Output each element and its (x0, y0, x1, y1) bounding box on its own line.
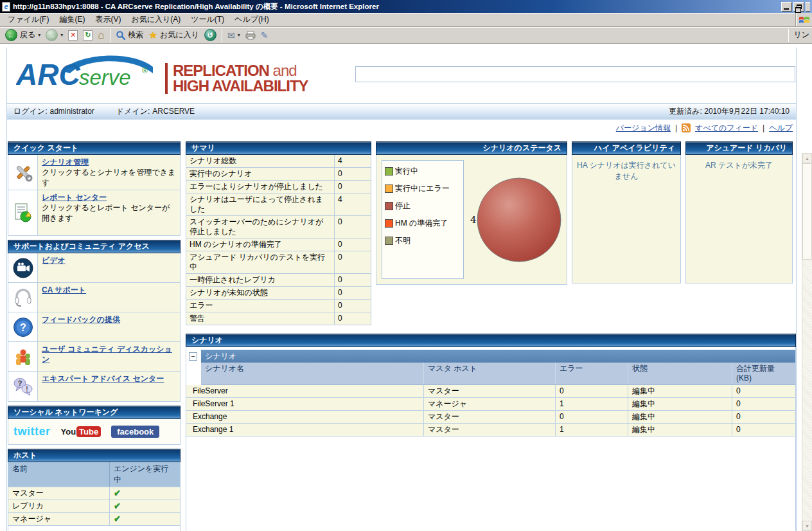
col-scenario-name: シナリオ名 (201, 363, 423, 384)
table-row: 一時停止されたレプリカ0 (186, 274, 371, 287)
toolbar-separator (788, 29, 789, 42)
ie-page-icon: e (2, 2, 10, 12)
refresh-icon: ↻ (83, 30, 93, 40)
home-button[interactable]: ⌂ (95, 29, 107, 41)
login-value: administrator (49, 107, 94, 116)
mail-button[interactable]: ✉ ▾ (225, 30, 243, 41)
scenario-status-body: 実行中 実行中にエラー 停止 HM の準備完了 不明 (376, 155, 567, 285)
forward-button[interactable]: → ▾ (43, 28, 66, 42)
svg-text:®: ® (142, 66, 148, 75)
all-feeds-link[interactable]: すべてのフィード (695, 123, 758, 134)
forward-caret-icon[interactable]: ▾ (60, 32, 63, 38)
scenario-group-row: − シナリオ (186, 350, 795, 363)
pie-value-label: 4 (470, 214, 477, 226)
toolbar: ← 戻る ▾ → ▾ ✕ ↻ ⌂ 検索 ★ お気に入り (0, 27, 812, 44)
menu-file[interactable]: ファイル(F) (3, 12, 54, 27)
scroll-up-arrow[interactable]: ▲ (802, 153, 812, 163)
body-layout: クイック スタート シナリオ管理 (7, 136, 796, 531)
table-row[interactable]: FileServer 1マネージャ1編集中0 (186, 398, 795, 411)
edit-icon: ✎ (261, 30, 269, 40)
history-button[interactable]: ↺ (202, 28, 219, 42)
table-row: レプリカ ✔ (8, 500, 180, 512)
refresh-button[interactable]: ↻ (80, 30, 95, 41)
print-icon (245, 31, 256, 40)
scenario-group-label: シナリオ (201, 350, 795, 363)
minimize-button[interactable] (781, 2, 792, 12)
video-icon (12, 257, 34, 279)
search-button[interactable]: 検索 (113, 29, 146, 41)
video-link[interactable]: ビデオ (42, 256, 66, 265)
svg-text:!: ! (26, 386, 28, 393)
expert-advice-link[interactable]: エキスパート アドバイス センター (42, 374, 164, 383)
quick-links-row: バージョン情報 | すべてのフィード | ヘルプ (7, 120, 796, 136)
report-center-link[interactable]: レポート センター (42, 193, 107, 202)
edit-button[interactable]: ✎ (258, 30, 271, 41)
scenario-management-link[interactable]: シナリオ管理 (42, 158, 89, 166)
col-state: 状態 (628, 363, 732, 384)
list-item: レポート センター クリックするとレポート センターが開きます (8, 190, 180, 235)
user-community-link[interactable]: ユーザ コミュニティ ディスカッション (42, 345, 172, 364)
list-item: CA サポート (8, 283, 180, 312)
sidebar-filler (8, 526, 181, 531)
svg-text:?: ? (17, 379, 22, 387)
close-button[interactable] (806, 2, 810, 12)
table-row: HM のシナリオの準備完了0 (186, 239, 371, 251)
back-caret-icon[interactable]: ▾ (38, 32, 40, 38)
icon-cell: ? ! (8, 372, 38, 401)
summary-table: シナリオ総数4 実行中のシナリオ0 エラーによりシナリオが停止しました0 シナリ… (186, 155, 371, 325)
summary-header: サマリ (186, 141, 371, 155)
table-row: マネージャ ✔ (8, 512, 180, 525)
windows-flag-icon (795, 13, 812, 26)
stop-button[interactable]: ✕ (66, 30, 80, 41)
scrollbar-thumb[interactable] (802, 163, 812, 260)
table-row: シナリオが未知の状態0 (186, 287, 371, 300)
hosts-column-header: 名前 エンジンを実行中 (8, 462, 180, 487)
menu-view[interactable]: 表示(V) (90, 12, 126, 27)
table-row[interactable]: FileServerマスター0編集中0 (186, 385, 795, 398)
quick-start-panel: シナリオ管理 クリックするとシナリオを管理できます (8, 155, 181, 236)
report-center-icon (13, 203, 33, 223)
menu-favorites[interactable]: お気に入り(A) (126, 12, 186, 27)
version-info-link[interactable]: バージョン情報 (616, 123, 671, 134)
favorites-button[interactable]: ★ お気に入り (146, 29, 202, 42)
facebook-logo[interactable]: facebook (111, 426, 159, 438)
table-row[interactable]: Exchange 1マスター1編集中0 (186, 424, 795, 437)
print-button[interactable] (243, 30, 258, 40)
help-link[interactable]: ヘルプ (769, 123, 793, 134)
empty-banner-box (355, 66, 795, 82)
rss-icon (682, 123, 691, 132)
menu-help[interactable]: ヘルプ(H) (229, 12, 274, 27)
scroll-down-arrow[interactable]: ▼ (802, 521, 812, 531)
icon-cell (8, 283, 38, 312)
search-icon (116, 30, 126, 40)
legend-item: 実行中にエラー (385, 183, 461, 194)
mail-caret-icon[interactable]: ▾ (238, 32, 240, 38)
hosts-col-engine: エンジンを実行中 (109, 462, 180, 487)
list-item: ? フィードバックの提供 (8, 312, 180, 342)
restore-button[interactable] (793, 2, 804, 12)
summary-panel: サマリ シナリオ総数4 実行中のシナリオ0 エラーによりシナリオが停止しました0… (186, 141, 371, 325)
quick-start-header: クイック スタート (8, 141, 181, 155)
legend-item: 停止 (385, 201, 461, 212)
toolbar-separator (222, 29, 222, 42)
ca-support-link[interactable]: CA サポート (42, 285, 86, 294)
main-area: サマリ シナリオ総数4 実行中のシナリオ0 エラーによりシナリオが停止しました0… (181, 141, 796, 531)
legend-item: 実行中 (385, 166, 461, 177)
list-item: ? ! エキスパート アドバイス センター (8, 372, 180, 401)
headset-icon (12, 287, 34, 309)
pie-chart: 4 (466, 160, 563, 279)
menu-tools[interactable]: ツール(T) (186, 12, 229, 27)
collapse-toggle[interactable]: − (189, 352, 197, 361)
scenario-tools-icon (13, 162, 33, 183)
vertical-scrollbar[interactable]: ▲ ▼ (802, 153, 812, 531)
back-button[interactable]: ← 戻る ▾ (3, 28, 43, 42)
table-row[interactable]: Exchangeマスター0編集中0 (186, 411, 795, 424)
menu-edit[interactable]: 編集(E) (54, 12, 90, 27)
col-total-updates: 合計更新量 (KB) (732, 363, 795, 384)
stop-icon: ✕ (68, 30, 78, 40)
browser-window: e http://g11n833hpv1:8088 - CA ARCserve … (0, 0, 812, 531)
twitter-logo[interactable]: twitter (13, 425, 51, 438)
links-bar-text[interactable]: リン (793, 30, 809, 39)
youtube-logo[interactable]: YouTube (61, 427, 102, 437)
feedback-link[interactable]: フィードバックの提供 (42, 315, 120, 324)
